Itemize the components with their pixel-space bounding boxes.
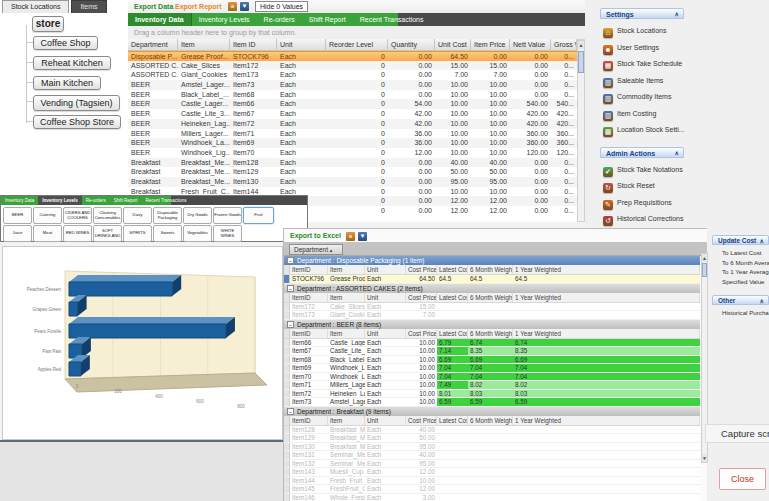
column-header-itemid[interactable]: ItemID bbox=[290, 416, 328, 425]
category-button-white-wines[interactable]: WHITE WINES bbox=[213, 225, 242, 242]
column-header-reorder-level[interactable]: Reorder Level bbox=[326, 39, 388, 51]
tab-inventory-data[interactable]: Inventory Data bbox=[128, 13, 192, 26]
column-header-gross-val[interactable]: Gross Val... bbox=[551, 39, 577, 51]
nav-item-commodity-items[interactable]: ▥Commodity Items bbox=[603, 90, 671, 103]
column-header-item-price[interactable]: Item Price bbox=[471, 39, 510, 51]
group-header-department-beer-8-items[interactable]: −Department : BEER (8 items) bbox=[284, 320, 700, 329]
table-row[interactable]: Item73Amstel_Lager...Each10.006.596.596.… bbox=[284, 398, 700, 407]
table-row[interactable]: Item145FreshFruit_Cu...Each12.00 bbox=[284, 485, 700, 494]
section-header-other[interactable]: Other∧ bbox=[712, 295, 769, 305]
export-data-button[interactable]: Export Data bbox=[134, 0, 173, 13]
tab-items[interactable]: Items bbox=[71, 0, 106, 13]
location-button-store[interactable]: store bbox=[32, 16, 64, 32]
nav-item-user-settings[interactable]: ☻User Settings bbox=[603, 41, 659, 54]
column-header-nett-value[interactable]: Nett Value bbox=[510, 39, 551, 51]
column-header-1-year-weighted[interactable]: 1 Year Weighted bbox=[513, 293, 700, 302]
main-grid-vscrollbar[interactable]: ▲ bbox=[577, 40, 585, 222]
category-button-vegetables[interactable]: Vegetables bbox=[183, 225, 212, 242]
section-header-update-cost[interactable]: Update Cost∧ bbox=[712, 235, 769, 245]
table-row[interactable]: Item132Seminar_Men...Each95.00 bbox=[284, 460, 700, 469]
nav-item-stock-take-schedule[interactable]: ▦Stock Take Schedule bbox=[603, 57, 682, 70]
table-row[interactable]: Disposable P...Grease Proof...STOCK796Ea… bbox=[128, 51, 577, 61]
column-header-cost-price[interactable]: Cost Price bbox=[406, 293, 437, 302]
section-header-admin-actions[interactable]: Admin Actions∧ bbox=[600, 147, 684, 158]
category-button-spirits[interactable]: SPIRITS bbox=[123, 225, 152, 242]
column-header-unit[interactable]: Unit bbox=[365, 329, 406, 338]
group-header-department-breakfast-9-items[interactable]: −Department : Breakfast (9 items) bbox=[284, 407, 700, 416]
table-row[interactable]: BEERBlack_Label_...Item68Each00.0010.001… bbox=[128, 90, 577, 100]
column-header-quantity[interactable]: Quantity bbox=[388, 39, 435, 51]
category-button-sweets[interactable]: Sweets bbox=[153, 225, 182, 242]
collapse-icon[interactable]: ∧ bbox=[675, 9, 679, 20]
action-to-1-year-average[interactable]: To 1 Year Average bbox=[712, 267, 769, 276]
column-header-item[interactable]: Item bbox=[178, 39, 230, 51]
category-button-juice[interactable]: Juice bbox=[3, 225, 32, 242]
nav-item-location-stock-setti[interactable]: ▩Location Stock Setti... bbox=[603, 123, 685, 136]
table-row[interactable]: ASSORTED C...Giant_CookiesItem173Each00.… bbox=[128, 70, 577, 80]
scroll-up-arrow-icon[interactable]: ▲ bbox=[702, 254, 707, 262]
column-header-item[interactable]: Item bbox=[328, 329, 365, 338]
filter-icon[interactable]: ▼ bbox=[358, 232, 367, 241]
table-row[interactable]: Item129Breakfast_Me...Each50.00 bbox=[284, 434, 700, 443]
category-button-fruit[interactable]: Fruit bbox=[243, 207, 274, 224]
collapse-icon[interactable]: ∧ bbox=[675, 148, 679, 159]
table-row[interactable]: Item68Black_Label_...Each10.006.696.696.… bbox=[284, 356, 700, 365]
hide-zero-values-button[interactable]: Hide 0 Values bbox=[255, 1, 308, 12]
tab-shift-report[interactable]: Shift Report bbox=[110, 196, 142, 205]
table-row[interactable]: BreakfastBreakfast_Me...Item129Each00.00… bbox=[128, 167, 577, 177]
location-button-vending-tagsien[interactable]: Vending (Tagsien) bbox=[33, 95, 120, 111]
column-header-cost-price[interactable]: Cost Price bbox=[406, 416, 437, 425]
tab-shift-report[interactable]: Shift Report bbox=[302, 13, 353, 26]
table-row[interactable]: BEERWindhoek_Lig...Item70Each012.0010.00… bbox=[128, 148, 577, 158]
table-row[interactable]: Item173Giant_CookiesEach7.00 bbox=[284, 311, 700, 320]
table-row[interactable]: Item144Fresh_Fruit_C...Each10.00 bbox=[284, 477, 700, 486]
action-to-latest-cost[interactable]: To Latest Cost bbox=[712, 248, 769, 257]
category-button-dry-goods[interactable]: Dry Goods bbox=[183, 207, 212, 224]
export-report-button[interactable]: Export Report bbox=[175, 0, 222, 13]
table-row[interactable]: BreakfastBreakfast_Me...Item128Each00.00… bbox=[128, 158, 577, 168]
action-historical-purcha[interactable]: Historical Purcha... bbox=[712, 308, 769, 317]
expander-icon[interactable]: − bbox=[287, 257, 294, 264]
tab-inventory-levels[interactable]: Inventory Levels bbox=[38, 196, 82, 205]
tab-inventory-levels[interactable]: Inventory Levels bbox=[192, 13, 257, 26]
action-specified-value[interactable]: Specified Value bbox=[712, 277, 769, 286]
column-header-unit[interactable]: Unit bbox=[277, 39, 326, 51]
column-header-item[interactable]: Item bbox=[328, 265, 365, 274]
column-header-cost-price[interactable]: Cost Price bbox=[406, 265, 437, 274]
location-button-coffee-shop-store[interactable]: Coffee Shop Store bbox=[33, 115, 121, 129]
filter-icon[interactable]: ▼ bbox=[240, 2, 249, 11]
table-row[interactable]: BEERWindhoek_La...Item69Each036.0010.001… bbox=[128, 138, 577, 148]
column-header-6-month-weighted[interactable]: 6 Month Weighted bbox=[468, 265, 513, 274]
export-to-excel-button[interactable]: Export to Excel bbox=[290, 230, 341, 242]
column-header-itemid[interactable]: ItemID bbox=[290, 293, 328, 302]
column-header-item[interactable]: Item bbox=[328, 416, 365, 425]
column-header-itemid[interactable]: ItemID bbox=[290, 265, 328, 274]
table-row[interactable]: Item69Windhoek_La...Each10.007.047.047.0… bbox=[284, 364, 700, 373]
column-header-itemid[interactable]: ItemID bbox=[290, 329, 328, 338]
scroll-thumb[interactable] bbox=[702, 263, 707, 277]
column-header-unit-cost[interactable]: Unit Cost bbox=[435, 39, 471, 51]
table-row[interactable]: Item146Whole_Fresh...Each3.00 bbox=[284, 494, 700, 501]
column-header-unit[interactable]: Unit bbox=[365, 265, 406, 274]
category-button-catering[interactable]: Catering bbox=[33, 207, 62, 224]
category-button-meat[interactable]: Meat bbox=[33, 225, 62, 242]
column-header-1-year-weighted[interactable]: 1 Year Weighted bbox=[513, 416, 700, 425]
collapse-icon[interactable]: ∧ bbox=[760, 296, 764, 306]
table-row[interactable]: BEERAmstel_Lager...Item73Each00.0010.001… bbox=[128, 80, 577, 90]
table-row[interactable]: STOCK796Grease Proof...Each64.5064.564.5… bbox=[284, 275, 700, 284]
expander-icon[interactable]: − bbox=[287, 285, 294, 292]
section-header-settings[interactable]: Settings∧ bbox=[600, 8, 684, 19]
capture-screen-menu-item[interactable]: Capture scre bbox=[705, 424, 769, 443]
scroll-thumb[interactable] bbox=[578, 51, 584, 73]
nav-item-stock-reset[interactable]: ↻Stock Reset bbox=[603, 179, 655, 192]
collapse-icon[interactable]: ∧ bbox=[760, 236, 764, 246]
table-row[interactable]: Item172Cake_SlicesEach15.00 bbox=[284, 303, 700, 312]
scroll-down-arrow-icon[interactable]: ▼ bbox=[702, 454, 707, 462]
category-button-soft-drinks-and[interactable]: SOFT DRINKS AND bbox=[93, 225, 122, 242]
column-header-latest-cost[interactable]: Latest Cost bbox=[437, 265, 468, 274]
column-header-1-year-weighted[interactable]: 1 Year Weighted bbox=[513, 265, 700, 274]
table-row[interactable]: Item131Seminar_Men...Each40.00 bbox=[284, 451, 700, 460]
scroll-up-arrow-icon[interactable]: ▲ bbox=[578, 41, 584, 49]
table-row[interactable]: BEERHeineken_Lag...Item72Each042.0010.00… bbox=[128, 119, 577, 129]
table-row[interactable]: BEERCastle_Lager...Item66Each054.0010.00… bbox=[128, 99, 577, 109]
